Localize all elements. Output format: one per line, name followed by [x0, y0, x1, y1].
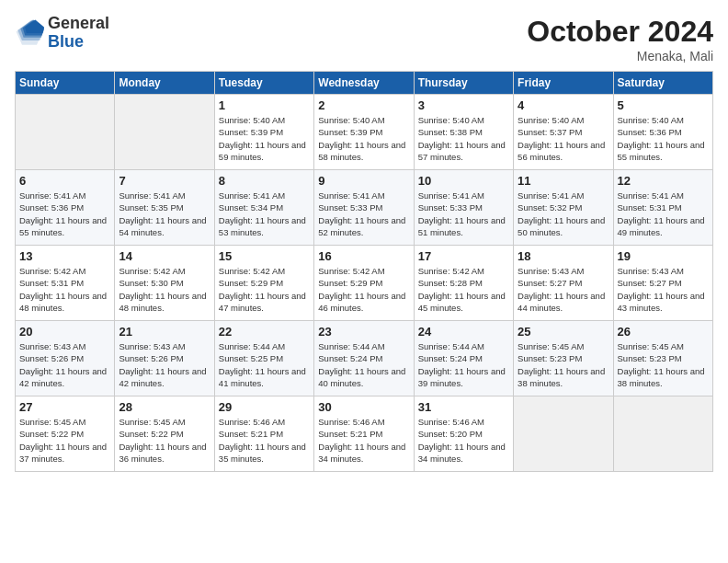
day-info: Sunrise: 5:45 AM Sunset: 5:23 PM Dayligh… [518, 340, 609, 389]
day-number: 2 [318, 98, 409, 112]
logo-line2: Blue [48, 33, 109, 52]
calendar-cell: 23Sunrise: 5:44 AM Sunset: 5:24 PM Dayli… [314, 321, 414, 396]
calendar-cell: 4Sunrise: 5:40 AM Sunset: 5:37 PM Daylig… [514, 95, 613, 170]
day-number: 22 [219, 325, 310, 339]
day-number: 16 [318, 249, 409, 263]
day-info: Sunrise: 5:46 AM Sunset: 5:21 PM Dayligh… [219, 416, 310, 465]
day-info: Sunrise: 5:44 AM Sunset: 5:24 PM Dayligh… [418, 340, 509, 389]
calendar-cell: 14Sunrise: 5:42 AM Sunset: 5:30 PM Dayli… [115, 246, 214, 321]
day-info: Sunrise: 5:45 AM Sunset: 5:23 PM Dayligh… [618, 340, 709, 389]
day-number: 23 [318, 325, 409, 339]
calendar-cell: 2Sunrise: 5:40 AM Sunset: 5:39 PM Daylig… [314, 95, 414, 170]
calendar-cell: 26Sunrise: 5:45 AM Sunset: 5:23 PM Dayli… [613, 321, 712, 396]
day-info: Sunrise: 5:40 AM Sunset: 5:39 PM Dayligh… [318, 114, 409, 163]
week-row-3: 13Sunrise: 5:42 AM Sunset: 5:31 PM Dayli… [16, 246, 713, 321]
logo-line1: General [48, 15, 109, 33]
day-info: Sunrise: 5:41 AM Sunset: 5:33 PM Dayligh… [318, 190, 409, 238]
day-number: 1 [219, 98, 310, 112]
week-row-2: 6Sunrise: 5:41 AM Sunset: 5:36 PM Daylig… [16, 170, 713, 246]
day-number: 14 [119, 249, 210, 263]
calendar-cell: 10Sunrise: 5:41 AM Sunset: 5:33 PM Dayli… [414, 170, 513, 246]
day-info: Sunrise: 5:44 AM Sunset: 5:24 PM Dayligh… [318, 340, 409, 389]
calendar-cell: 21Sunrise: 5:43 AM Sunset: 5:26 PM Dayli… [115, 321, 214, 396]
day-number: 26 [618, 325, 709, 339]
day-number: 25 [518, 325, 609, 339]
calendar-cell: 30Sunrise: 5:46 AM Sunset: 5:21 PM Dayli… [314, 396, 414, 472]
day-info: Sunrise: 5:40 AM Sunset: 5:39 PM Dayligh… [219, 114, 310, 163]
calendar-cell: 27Sunrise: 5:45 AM Sunset: 5:22 PM Dayli… [16, 396, 115, 472]
page-header: General Blue October 2024 Menaka, Mali [15, 15, 713, 63]
calendar-cell: 3Sunrise: 5:40 AM Sunset: 5:38 PM Daylig… [414, 95, 513, 170]
calendar-cell: 8Sunrise: 5:41 AM Sunset: 5:34 PM Daylig… [214, 170, 313, 246]
day-info: Sunrise: 5:40 AM Sunset: 5:38 PM Dayligh… [418, 114, 509, 163]
col-friday: Friday [514, 72, 613, 95]
day-number: 24 [418, 325, 509, 339]
day-number: 7 [119, 174, 210, 188]
calendar-cell: 18Sunrise: 5:43 AM Sunset: 5:27 PM Dayli… [514, 246, 613, 321]
day-info: Sunrise: 5:43 AM Sunset: 5:27 PM Dayligh… [518, 265, 609, 314]
calendar-cell: 28Sunrise: 5:45 AM Sunset: 5:22 PM Dayli… [115, 396, 214, 472]
calendar-cell: 29Sunrise: 5:46 AM Sunset: 5:21 PM Dayli… [214, 396, 313, 472]
day-info: Sunrise: 5:40 AM Sunset: 5:36 PM Dayligh… [618, 114, 709, 163]
day-info: Sunrise: 5:42 AM Sunset: 5:28 PM Dayligh… [418, 265, 509, 314]
location-subtitle: Menaka, Mali [527, 49, 713, 63]
calendar-cell: 22Sunrise: 5:44 AM Sunset: 5:25 PM Dayli… [214, 321, 313, 396]
day-number: 20 [19, 325, 110, 339]
calendar-cell: 6Sunrise: 5:41 AM Sunset: 5:36 PM Daylig… [16, 170, 115, 246]
day-number: 5 [618, 98, 709, 112]
calendar-cell [514, 396, 613, 472]
day-info: Sunrise: 5:41 AM Sunset: 5:31 PM Dayligh… [618, 190, 709, 238]
day-number: 30 [318, 400, 409, 414]
logo-icon [15, 18, 44, 48]
week-row-4: 20Sunrise: 5:43 AM Sunset: 5:26 PM Dayli… [16, 321, 713, 396]
day-number: 9 [318, 174, 409, 188]
day-number: 19 [618, 249, 709, 263]
day-number: 10 [418, 174, 509, 188]
day-info: Sunrise: 5:42 AM Sunset: 5:29 PM Dayligh… [318, 265, 409, 314]
calendar-cell: 9Sunrise: 5:41 AM Sunset: 5:33 PM Daylig… [314, 170, 414, 246]
calendar-cell: 11Sunrise: 5:41 AM Sunset: 5:32 PM Dayli… [514, 170, 613, 246]
logo: General Blue [15, 15, 109, 52]
day-info: Sunrise: 5:41 AM Sunset: 5:32 PM Dayligh… [518, 190, 609, 238]
day-number: 3 [418, 98, 509, 112]
day-info: Sunrise: 5:41 AM Sunset: 5:36 PM Dayligh… [19, 190, 110, 238]
col-saturday: Saturday [613, 72, 712, 95]
col-thursday: Thursday [414, 72, 513, 95]
day-number: 29 [219, 400, 310, 414]
day-info: Sunrise: 5:43 AM Sunset: 5:26 PM Dayligh… [119, 340, 210, 389]
calendar-cell [115, 95, 214, 170]
day-info: Sunrise: 5:42 AM Sunset: 5:29 PM Dayligh… [219, 265, 310, 314]
calendar-cell [613, 396, 712, 472]
day-info: Sunrise: 5:40 AM Sunset: 5:37 PM Dayligh… [518, 114, 609, 163]
calendar-cell: 16Sunrise: 5:42 AM Sunset: 5:29 PM Dayli… [314, 246, 414, 321]
day-number: 21 [119, 325, 210, 339]
title-block: October 2024 Menaka, Mali [527, 15, 713, 63]
day-number: 13 [19, 249, 110, 263]
day-info: Sunrise: 5:41 AM Sunset: 5:35 PM Dayligh… [119, 190, 210, 238]
day-number: 4 [518, 98, 609, 112]
day-info: Sunrise: 5:45 AM Sunset: 5:22 PM Dayligh… [19, 416, 110, 465]
day-number: 11 [518, 174, 609, 188]
calendar-cell: 25Sunrise: 5:45 AM Sunset: 5:23 PM Dayli… [514, 321, 613, 396]
day-number: 27 [19, 400, 110, 414]
calendar-cell: 24Sunrise: 5:44 AM Sunset: 5:24 PM Dayli… [414, 321, 513, 396]
day-info: Sunrise: 5:43 AM Sunset: 5:27 PM Dayligh… [618, 265, 709, 314]
week-row-1: 1Sunrise: 5:40 AM Sunset: 5:39 PM Daylig… [16, 95, 713, 170]
week-row-5: 27Sunrise: 5:45 AM Sunset: 5:22 PM Dayli… [16, 396, 713, 472]
calendar-table: Sunday Monday Tuesday Wednesday Thursday… [15, 71, 713, 472]
calendar-cell: 13Sunrise: 5:42 AM Sunset: 5:31 PM Dayli… [16, 246, 115, 321]
calendar-cell: 19Sunrise: 5:43 AM Sunset: 5:27 PM Dayli… [613, 246, 712, 321]
day-info: Sunrise: 5:42 AM Sunset: 5:31 PM Dayligh… [19, 265, 110, 314]
month-title: October 2024 [527, 15, 713, 49]
day-info: Sunrise: 5:41 AM Sunset: 5:34 PM Dayligh… [219, 190, 310, 238]
day-info: Sunrise: 5:44 AM Sunset: 5:25 PM Dayligh… [219, 340, 310, 389]
day-number: 28 [119, 400, 210, 414]
day-number: 12 [618, 174, 709, 188]
calendar-cell: 7Sunrise: 5:41 AM Sunset: 5:35 PM Daylig… [115, 170, 214, 246]
calendar-cell: 5Sunrise: 5:40 AM Sunset: 5:36 PM Daylig… [613, 95, 712, 170]
calendar-cell: 17Sunrise: 5:42 AM Sunset: 5:28 PM Dayli… [414, 246, 513, 321]
day-number: 6 [19, 174, 110, 188]
svg-marker-4 [25, 19, 44, 32]
day-info: Sunrise: 5:45 AM Sunset: 5:22 PM Dayligh… [119, 416, 210, 465]
day-number: 31 [418, 400, 509, 414]
